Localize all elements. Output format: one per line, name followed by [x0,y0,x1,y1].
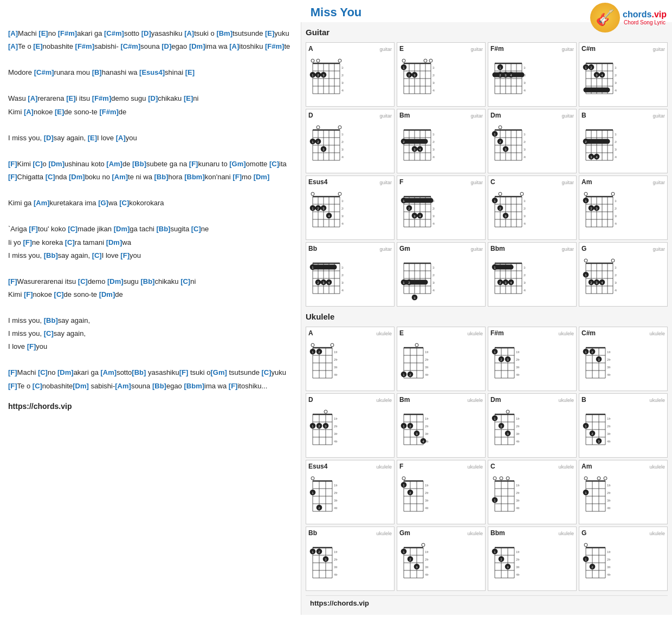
chord-marker[interactable]: [Bb] [44,251,58,259]
chord-marker[interactable]: [F] [120,251,130,259]
chord-diagram-g[interactable]: Gguitar1fr2fr3fr4fr1234 [579,242,668,307]
chord-diagram-dm[interactable]: Dmukulele1fr2fr3fr4fr123 [488,393,577,458]
chord-diagram-d[interactable]: Dukulele1fr2fr3fr4fr123 [306,393,395,458]
chord-diagram-gm[interactable]: Gmukulele1fr2fr3fr4fr123 [397,526,486,591]
chord-diagram-gm[interactable]: Gmguitar1fr2fr3fr4fr123 [397,242,486,307]
chord-marker[interactable]: [Dm] [57,368,74,376]
chord-marker[interactable]: [A] [28,94,37,102]
chord-marker[interactable]: [Am] [112,173,128,181]
chord-marker[interactable]: [C] [191,225,201,233]
chord-marker[interactable]: [C] [119,199,129,207]
chord-marker[interactable]: [F#m] [92,94,111,102]
chord-marker[interactable]: [F] [229,382,238,390]
chord-diagram-a[interactable]: Aukulele1fr2fr3fr4fr12 [306,327,395,391]
chord-marker[interactable]: [A] [8,42,18,50]
chord-marker[interactable]: [E] [38,29,48,37]
chord-marker[interactable]: [E] [33,42,42,50]
site-link[interactable]: https://chords.vip [8,400,293,413]
chord-marker[interactable]: [D] [148,94,158,102]
chord-marker[interactable]: [E] [184,94,193,102]
chord-marker[interactable]: [A] [116,134,126,142]
chord-marker[interactable]: [E] [265,29,274,37]
chord-marker[interactable]: [Esus4] [139,68,165,76]
chord-marker[interactable]: [Dm] [69,173,85,181]
chord-marker[interactable]: [Dm] [107,277,124,285]
chord-marker[interactable]: [Bb] [154,173,169,181]
chord-marker[interactable]: [C#m] [34,68,54,76]
chord-marker[interactable]: [Bbm] [184,173,205,181]
chord-marker[interactable]: [C#m] [104,29,124,37]
chord-marker[interactable]: [A] [229,42,239,50]
chord-diagram-dm[interactable]: Dmguitar1fr2fr3fr4fr123 [488,109,577,173]
chord-marker[interactable]: [Bb] [156,225,170,233]
chord-marker[interactable]: [Gm] [229,160,245,168]
chord-marker[interactable]: [F] [23,238,32,246]
chord-marker[interactable]: [Dm] [254,173,270,181]
chord-marker[interactable]: [C] [33,160,43,168]
chord-marker[interactable]: [Bb] [152,382,166,390]
chord-marker[interactable]: [Bb] [132,368,146,376]
chord-marker[interactable]: [F] [8,368,17,376]
chord-diagram-esus4[interactable]: Esus4ukulele1fr2fr3fr4fr12 [306,460,395,524]
chord-diagram-bb[interactable]: Bbukulele1fr2fr3fr4fr123 [306,526,395,591]
chord-marker[interactable]: [F] [8,277,17,285]
chord-marker[interactable]: [C] [68,225,77,233]
chord-marker[interactable]: [Bm] [216,29,232,37]
chord-diagram-c[interactable]: Cguitar1fr2fr3fr4fr123 [488,176,577,240]
chord-marker[interactable]: [B] [92,68,102,76]
chord-diagram-am[interactable]: Amukulele1fr2fr3fr4fr1 [579,460,668,524]
chord-marker[interactable]: [C] [92,251,102,259]
chord-marker[interactable]: [A] [24,108,34,116]
chord-diagram-csm[interactable]: C#mguitar1fr2fr3fr4fr1234 [579,42,668,107]
chord-marker[interactable]: [C] [46,173,55,181]
chord-diagram-a[interactable]: Aguitar1fr2fr3fr4fr123 [306,42,395,107]
chord-marker[interactable]: [C] [269,160,279,168]
chord-marker[interactable]: [C] [180,277,190,285]
chord-marker[interactable]: [D] [161,42,171,50]
chord-marker[interactable]: [C] [33,382,42,390]
chord-marker[interactable]: [C] [54,290,64,298]
chord-diagram-f[interactable]: Fguitar1fr2fr3fr4fr1234 [397,176,486,240]
chord-marker[interactable]: [F#m] [58,29,77,37]
chord-marker[interactable]: [D] [141,29,151,37]
chord-marker[interactable]: [Dm] [73,382,89,390]
chord-marker[interactable]: [C] [78,277,88,285]
chord-marker[interactable]: [Am] [115,382,131,390]
chord-marker[interactable]: [F] [232,173,242,181]
chord-diagram-e[interactable]: Eguitar1fr2fr3fr4fr123 [397,42,486,107]
chord-marker[interactable]: [F] [8,173,17,181]
chord-marker[interactable]: [F#m] [265,42,284,50]
chord-diagram-bbm[interactable]: Bbmguitar1fr2fr3fr4fr1234 [488,242,577,307]
chord-marker[interactable]: [F#m] [99,108,118,116]
chord-marker[interactable]: [Dm] [189,42,205,50]
chord-marker[interactable]: [D] [44,134,54,142]
chord-marker[interactable]: [A] [184,29,194,37]
chord-marker[interactable]: [C] [44,329,54,337]
chord-diagram-bbm[interactable]: Bbmukulele1fr2fr3fr4fr123 [488,526,577,591]
chord-diagram-g[interactable]: Gukulele1fr2fr3fr4fr12 [579,526,668,591]
chord-marker[interactable]: [E] [185,68,195,76]
chord-marker[interactable]: [Bb] [140,277,154,285]
chord-marker[interactable]: [Am] [101,368,117,376]
chord-diagram-bm[interactable]: Bmguitar1fr2fr3fr4fr234 [397,109,486,173]
chord-marker[interactable]: [C] [38,368,48,376]
chord-marker[interactable]: [Gm] [211,368,227,376]
chord-marker[interactable]: [Am] [34,199,50,207]
chord-marker[interactable]: [Dm] [114,225,130,233]
chord-marker[interactable]: [A] [8,29,18,37]
chord-diagram-c[interactable]: Cukulele1fr2fr3fr4fr1 [488,460,577,524]
chord-marker[interactable]: [F] [8,382,17,390]
chord-marker[interactable]: [E] [55,108,64,116]
chord-marker[interactable]: [F] [179,368,189,376]
chord-marker[interactable]: [E] [88,134,97,142]
chord-marker[interactable]: [Dm] [99,290,115,298]
chord-diagram-csm[interactable]: C#mukulele1fr2fr3fr4fr123 [579,327,668,391]
chord-marker[interactable]: [Bb] [44,316,58,324]
chord-marker[interactable]: [C#m] [120,42,140,50]
chord-marker[interactable]: [Dm] [48,160,64,168]
chord-marker[interactable]: [F#m] [75,42,94,50]
chord-marker[interactable]: [C] [65,238,75,246]
chord-diagram-bm[interactable]: Bmukulele1fr2fr3fr4fr1234 [397,393,486,458]
chord-diagram-f[interactable]: Fukulele1fr2fr3fr4fr12 [397,460,486,524]
chord-marker[interactable]: [F] [189,160,198,168]
